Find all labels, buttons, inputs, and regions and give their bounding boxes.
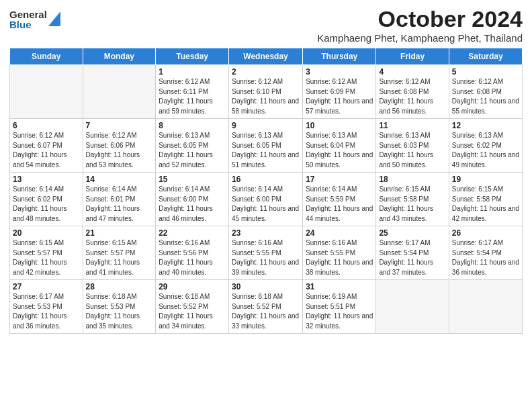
day-number: 4 — [379, 67, 445, 77]
day-info: Sunrise: 6:12 AMSunset: 6:11 PMDaylight:… — [159, 77, 226, 116]
calendar-cell: 20Sunrise: 6:15 AMSunset: 5:57 PMDayligh… — [10, 226, 83, 280]
day-info: Sunrise: 6:14 AMSunset: 6:00 PMDaylight:… — [159, 185, 226, 224]
logo: General Blue — [9, 9, 60, 30]
day-info: Sunrise: 6:14 AMSunset: 6:01 PMDaylight:… — [86, 185, 153, 224]
calendar-cell: 29Sunrise: 6:18 AMSunset: 5:52 PMDayligh… — [156, 280, 229, 334]
calendar-cell: 30Sunrise: 6:18 AMSunset: 5:52 PMDayligh… — [229, 280, 303, 334]
day-info: Sunrise: 6:13 AMSunset: 6:04 PMDaylight:… — [306, 131, 373, 170]
day-info: Sunrise: 6:16 AMSunset: 5:55 PMDaylight:… — [232, 238, 300, 277]
col-wednesday: Wednesday — [229, 48, 303, 65]
calendar-cell: 7Sunrise: 6:12 AMSunset: 6:06 PMDaylight… — [83, 119, 156, 173]
day-number: 13 — [13, 175, 80, 184]
day-number: 12 — [452, 121, 519, 130]
header: General Blue October 2024 Kamphaeng Phet… — [9, 7, 523, 44]
day-number: 21 — [86, 228, 153, 238]
day-info: Sunrise: 6:17 AMSunset: 5:54 PMDaylight:… — [452, 238, 519, 277]
day-info: Sunrise: 6:17 AMSunset: 5:54 PMDaylight:… — [379, 238, 445, 277]
calendar-cell: 15Sunrise: 6:14 AMSunset: 6:00 PMDayligh… — [156, 173, 229, 226]
calendar-cell: 4Sunrise: 6:12 AMSunset: 6:08 PMDaylight… — [376, 65, 449, 119]
day-number: 14 — [86, 175, 153, 184]
day-info: Sunrise: 6:12 AMSunset: 6:08 PMDaylight:… — [379, 77, 445, 116]
day-info: Sunrise: 6:12 AMSunset: 6:08 PMDaylight:… — [452, 77, 519, 116]
calendar-cell: 1Sunrise: 6:12 AMSunset: 6:11 PMDaylight… — [156, 65, 229, 119]
logo-general: General — [9, 9, 47, 19]
day-info: Sunrise: 6:13 AMSunset: 6:05 PMDaylight:… — [232, 131, 300, 170]
logo-blue: Blue — [9, 19, 47, 30]
col-monday: Monday — [83, 48, 156, 65]
calendar-cell: 5Sunrise: 6:12 AMSunset: 6:08 PMDaylight… — [449, 65, 522, 119]
calendar-week-row-2: 6Sunrise: 6:12 AMSunset: 6:07 PMDaylight… — [10, 119, 523, 173]
calendar-cell: 10Sunrise: 6:13 AMSunset: 6:04 PMDayligh… — [303, 119, 376, 173]
calendar-cell: 28Sunrise: 6:18 AMSunset: 5:53 PMDayligh… — [83, 280, 156, 334]
subtitle: Kamphaeng Phet, Kamphaeng Phet, Thailand — [317, 32, 523, 44]
logo-icon — [48, 11, 60, 26]
day-info: Sunrise: 6:12 AMSunset: 6:06 PMDaylight:… — [86, 131, 153, 170]
day-info: Sunrise: 6:13 AMSunset: 6:05 PMDaylight:… — [159, 131, 226, 170]
calendar-cell: 2Sunrise: 6:12 AMSunset: 6:10 PMDaylight… — [229, 65, 303, 119]
day-number: 31 — [306, 282, 373, 291]
day-number: 9 — [232, 121, 300, 130]
calendar-cell: 22Sunrise: 6:16 AMSunset: 5:56 PMDayligh… — [156, 226, 229, 280]
calendar-week-row-1: 1Sunrise: 6:12 AMSunset: 6:11 PMDaylight… — [10, 65, 523, 119]
col-thursday: Thursday — [303, 48, 376, 65]
calendar-header-row: Sunday Monday Tuesday Wednesday Thursday… — [10, 48, 523, 65]
calendar-cell: 11Sunrise: 6:13 AMSunset: 6:03 PMDayligh… — [376, 119, 449, 173]
day-info: Sunrise: 6:14 AMSunset: 6:02 PMDaylight:… — [13, 185, 80, 224]
day-number: 19 — [452, 175, 519, 184]
day-number: 16 — [232, 175, 300, 184]
title-block: October 2024 Kamphaeng Phet, Kamphaeng P… — [317, 7, 523, 44]
day-info: Sunrise: 6:13 AMSunset: 6:02 PMDaylight:… — [452, 131, 519, 170]
day-info: Sunrise: 6:12 AMSunset: 6:07 PMDaylight:… — [13, 131, 80, 170]
day-number: 10 — [306, 121, 373, 130]
day-info: Sunrise: 6:15 AMSunset: 5:58 PMDaylight:… — [379, 185, 445, 224]
day-number: 28 — [86, 282, 153, 291]
day-info: Sunrise: 6:16 AMSunset: 5:56 PMDaylight:… — [159, 238, 226, 277]
calendar-table: Sunday Monday Tuesday Wednesday Thursday… — [9, 48, 523, 334]
calendar-cell: 23Sunrise: 6:16 AMSunset: 5:55 PMDayligh… — [229, 226, 303, 280]
page: General Blue October 2024 Kamphaeng Phet… — [0, 0, 532, 411]
day-number: 5 — [452, 67, 519, 77]
day-info: Sunrise: 6:18 AMSunset: 5:52 PMDaylight:… — [232, 292, 300, 331]
day-info: Sunrise: 6:13 AMSunset: 6:03 PMDaylight:… — [379, 131, 445, 170]
month-title: October 2024 — [317, 7, 523, 32]
day-info: Sunrise: 6:16 AMSunset: 5:55 PMDaylight:… — [306, 238, 373, 277]
calendar-cell: 18Sunrise: 6:15 AMSunset: 5:58 PMDayligh… — [376, 173, 449, 226]
day-info: Sunrise: 6:17 AMSunset: 5:53 PMDaylight:… — [13, 292, 80, 331]
day-info: Sunrise: 6:18 AMSunset: 5:53 PMDaylight:… — [86, 292, 153, 331]
day-info: Sunrise: 6:19 AMSunset: 5:51 PMDaylight:… — [306, 292, 373, 331]
logo-text: General Blue — [9, 9, 47, 30]
calendar-cell: 6Sunrise: 6:12 AMSunset: 6:07 PMDaylight… — [10, 119, 83, 173]
calendar-week-row-4: 20Sunrise: 6:15 AMSunset: 5:57 PMDayligh… — [10, 226, 523, 280]
day-number: 30 — [232, 282, 300, 291]
day-info: Sunrise: 6:14 AMSunset: 6:00 PMDaylight:… — [232, 185, 300, 224]
calendar-cell: 25Sunrise: 6:17 AMSunset: 5:54 PMDayligh… — [376, 226, 449, 280]
calendar-cell: 9Sunrise: 6:13 AMSunset: 6:05 PMDaylight… — [229, 119, 303, 173]
calendar-cell — [83, 65, 156, 119]
day-number: 6 — [13, 121, 80, 130]
day-number: 22 — [159, 228, 226, 238]
day-info: Sunrise: 6:15 AMSunset: 5:57 PMDaylight:… — [86, 238, 153, 277]
calendar-cell: 16Sunrise: 6:14 AMSunset: 6:00 PMDayligh… — [229, 173, 303, 226]
calendar-cell: 12Sunrise: 6:13 AMSunset: 6:02 PMDayligh… — [449, 119, 522, 173]
day-number: 18 — [379, 175, 445, 184]
day-info: Sunrise: 6:18 AMSunset: 5:52 PMDaylight:… — [159, 292, 226, 331]
day-number: 24 — [306, 228, 373, 238]
col-sunday: Sunday — [10, 48, 83, 65]
day-number: 23 — [232, 228, 300, 238]
day-number: 8 — [159, 121, 226, 130]
day-number: 26 — [452, 228, 519, 238]
col-saturday: Saturday — [449, 48, 522, 65]
day-number: 27 — [13, 282, 80, 291]
day-number: 25 — [379, 228, 445, 238]
day-number: 29 — [159, 282, 226, 291]
day-number: 20 — [13, 228, 80, 238]
calendar-cell: 8Sunrise: 6:13 AMSunset: 6:05 PMDaylight… — [156, 119, 229, 173]
calendar-cell: 21Sunrise: 6:15 AMSunset: 5:57 PMDayligh… — [83, 226, 156, 280]
calendar-cell: 13Sunrise: 6:14 AMSunset: 6:02 PMDayligh… — [10, 173, 83, 226]
calendar-cell: 24Sunrise: 6:16 AMSunset: 5:55 PMDayligh… — [303, 226, 376, 280]
calendar-cell: 17Sunrise: 6:14 AMSunset: 5:59 PMDayligh… — [303, 173, 376, 226]
day-info: Sunrise: 6:14 AMSunset: 5:59 PMDaylight:… — [306, 185, 373, 224]
svg-marker-0 — [48, 11, 60, 26]
day-number: 15 — [159, 175, 226, 184]
day-info: Sunrise: 6:15 AMSunset: 5:58 PMDaylight:… — [452, 185, 519, 224]
